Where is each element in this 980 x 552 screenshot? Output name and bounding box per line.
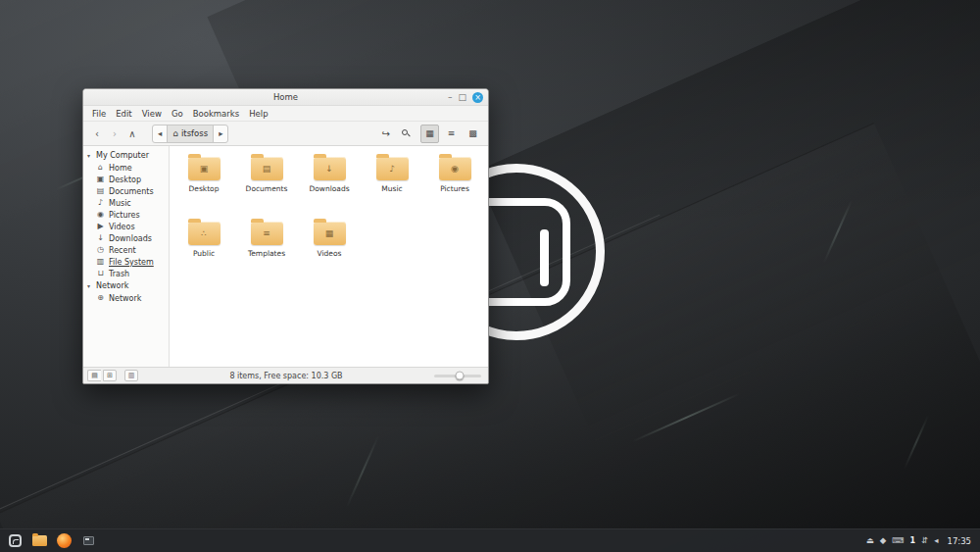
folder-label: Videos [318, 249, 342, 258]
clock[interactable]: 17:35 [948, 536, 972, 546]
mint-menu-button[interactable] [5, 531, 24, 551]
folder-templates[interactable]: ≡ Templates [235, 217, 298, 281]
menu-view[interactable]: View [137, 109, 167, 119]
folder-icon: ▤ [251, 157, 283, 180]
menu-file[interactable]: File [87, 109, 111, 119]
close-button[interactable]: × [472, 92, 483, 103]
share-emblem-icon: ∴ [188, 222, 220, 245]
file-manager-window: Home – □ × File Edit View Go Bookmarks H… [82, 88, 489, 384]
folder-music[interactable]: ♪ Music [361, 152, 423, 217]
menu-bookmarks[interactable]: Bookmarks [188, 109, 245, 119]
sidebar-item-pictures[interactable]: ◉ Pictures [83, 209, 169, 221]
sidebar-section-my-computer[interactable]: ▾ My Computer [83, 149, 169, 162]
documents-emblem-icon: ▤ [251, 157, 283, 180]
collapse-triangle-icon[interactable]: ▾ [87, 282, 93, 289]
folder-downloads[interactable]: ↓ Downloads [298, 152, 361, 217]
window-content: ▾ My Computer ⌂ Home ▣ Desktop ▤ Documen… [83, 146, 488, 367]
zoom-slider-handle[interactable] [456, 372, 465, 380]
forward-button[interactable]: › [107, 125, 122, 141]
folder-label: Templates [248, 249, 285, 258]
sidebar-item-label: Trash [109, 270, 129, 278]
volume-icon[interactable]: ◂ [934, 536, 938, 545]
documents-icon: ▤ [96, 187, 105, 195]
sidebar-item-home[interactable]: ⌂ Home [83, 162, 169, 174]
sidebar-item-trash[interactable]: ⊔ Trash [83, 268, 169, 279]
sidebar-item-documents[interactable]: ▤ Documents [83, 185, 169, 197]
folder-icon [32, 535, 47, 546]
dual-pane-toggle-button[interactable]: ▥ [124, 370, 138, 381]
list-view-button[interactable]: ≡ [442, 125, 461, 143]
sidebar-item-videos[interactable]: ▶ Videos [83, 221, 169, 232]
sidebar-item-label: Downloads [109, 234, 152, 243]
update-shield-icon[interactable]: ◆ [880, 536, 887, 545]
sidebar-item-desktop[interactable]: ▣ Desktop [83, 174, 169, 185]
sidebar-item-downloads[interactable]: ↓ Downloads [83, 232, 169, 244]
pictures-emblem-icon: ◉ [439, 157, 471, 180]
titlebar[interactable]: Home – □ × [83, 89, 488, 106]
sidebar-item-file-system[interactable]: ▥ File System [83, 256, 169, 268]
back-button[interactable]: ‹ [89, 125, 105, 141]
folder-public[interactable]: ∴ Public [172, 217, 235, 281]
menu-edit[interactable]: Edit [111, 109, 136, 119]
network-traffic-icon[interactable]: ⇵ [921, 536, 928, 545]
compact-view-button[interactable]: ▩ [464, 125, 482, 143]
zoom-slider[interactable] [434, 375, 481, 377]
folder-documents[interactable]: ▤ Documents [235, 152, 298, 217]
sidebar-item-recent[interactable]: ◷ Recent [83, 244, 169, 256]
icon-view-button[interactable]: ▦ [420, 125, 439, 143]
home-icon: ⌂ [96, 164, 105, 172]
folder-pictures[interactable]: ◉ Pictures [423, 152, 486, 217]
menubar: File Edit View Go Bookmarks Help [83, 106, 488, 122]
goto-location-icon[interactable]: ↪ [377, 125, 395, 142]
downloads-icon: ↓ [96, 234, 105, 242]
sidebar: ▾ My Computer ⌂ Home ▣ Desktop ▤ Documen… [83, 146, 170, 367]
removable-media-icon[interactable]: ⏏ [866, 536, 874, 545]
path-scroll-right-button[interactable]: ▸ [214, 125, 227, 142]
window-title: Home [83, 92, 488, 102]
firefox-launcher[interactable] [54, 531, 74, 551]
terminal-launcher[interactable] [78, 531, 98, 551]
sidebar-item-music[interactable]: ♪ Music [83, 197, 169, 209]
folder-label: Public [193, 249, 215, 258]
path-segment-label: itsfoss [181, 128, 208, 138]
folder-label: Desktop [189, 184, 220, 193]
folder-label: Music [381, 184, 402, 193]
places-pane-toggle-button[interactable]: ▤ [87, 370, 101, 381]
path-scroll-left-button[interactable]: ◂ [153, 125, 168, 142]
path-segment-itsfoss[interactable]: ⌂ itsfoss [168, 125, 214, 142]
search-button[interactable] [397, 125, 415, 142]
folder-icon: ♪ [376, 157, 409, 180]
sidebar-item-label: Pictures [109, 211, 140, 220]
folder-icon: ∴ [188, 222, 220, 245]
menu-help[interactable]: Help [244, 109, 272, 119]
sidebar-item-label: File System [109, 258, 154, 267]
videos-emblem-icon: ▦ [314, 222, 346, 245]
sidebar-item-label: Home [109, 164, 132, 173]
sidebar-item-label: Network [109, 294, 141, 303]
search-icon [402, 129, 410, 137]
tree-pane-toggle-button[interactable]: ⊞ [103, 370, 117, 381]
window-controls: – □ × [448, 92, 488, 103]
folder-desktop[interactable]: ▣ Desktop [172, 152, 235, 217]
sidebar-section-network[interactable]: ▾ Network [83, 279, 169, 292]
templates-emblem-icon: ≡ [251, 222, 283, 245]
desktop-icon: ▣ [96, 176, 105, 183]
maximize-button[interactable]: □ [458, 93, 466, 102]
sidebar-section-label: Network [96, 281, 128, 290]
pictures-icon: ◉ [96, 211, 105, 219]
file-manager-launcher[interactable] [29, 531, 49, 551]
videos-icon: ▶ [96, 223, 105, 230]
home-icon: ⌂ [172, 128, 178, 138]
taskbar: ⏏ ◆ ⌨ 1 ⇵ ◂ 17:35 [0, 528, 980, 552]
folder-videos[interactable]: ▦ Videos [298, 217, 361, 281]
sidebar-item-label: Documents [109, 187, 154, 196]
sidebar-item-label: Desktop [109, 176, 141, 184]
minimize-button[interactable]: – [448, 93, 453, 102]
input-method-icon[interactable]: ⌨ [892, 536, 904, 545]
collapse-triangle-icon[interactable]: ▾ [87, 152, 93, 159]
folder-icon: ▣ [188, 157, 220, 180]
update-count-badge[interactable]: 1 [910, 536, 916, 545]
sidebar-item-network[interactable]: ⊕ Network [83, 292, 169, 304]
up-button[interactable]: ∧ [124, 125, 140, 141]
menu-go[interactable]: Go [167, 109, 188, 119]
